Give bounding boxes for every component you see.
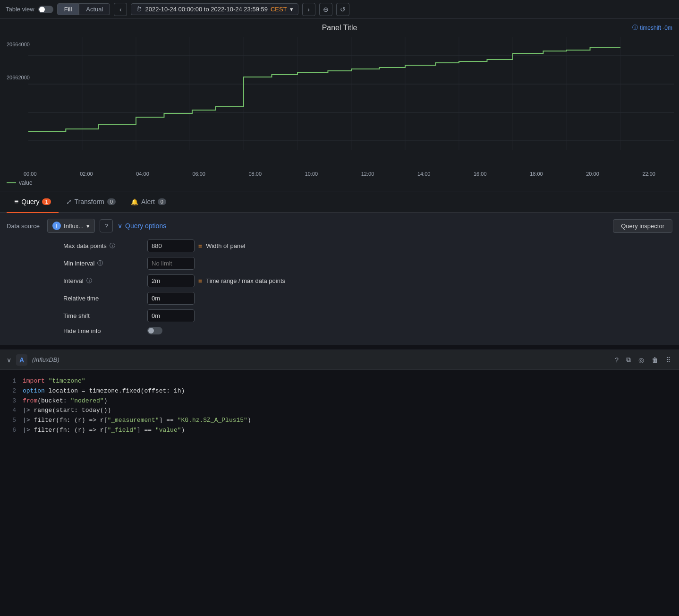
code-line-4: 4 |> range(start: today()) — [7, 406, 672, 416]
code-content-6: |> filter(fn: (r) => r["_field"] == "val… — [23, 426, 672, 436]
x-label-3: 06:00 — [192, 171, 205, 177]
query-tab-icon: ≡ — [14, 197, 18, 206]
max-data-points-desc: Width of panel — [206, 242, 245, 249]
query-drag-handle[interactable]: ⠿ — [664, 354, 672, 366]
chart-svg — [28, 37, 674, 150]
query-inspector-button[interactable]: Query inspector — [613, 219, 672, 233]
code-content-3: from(bucket: "nodered") — [23, 396, 672, 406]
x-label-5: 10:00 — [305, 171, 318, 177]
hide-time-info-toggle[interactable] — [147, 327, 162, 334]
min-interval-info-icon[interactable]: ⓘ — [97, 259, 103, 267]
line-number-1: 1 — [7, 376, 16, 386]
code-content-5: |> filter(fn: (r) => r["_measurement"] =… — [23, 416, 672, 426]
transform-tab-label: Transform — [75, 198, 104, 205]
chevron-down-icon: ▾ — [86, 222, 90, 230]
interval-input[interactable] — [147, 274, 195, 287]
hide-time-info-label: Hide time info — [63, 327, 144, 334]
relative-time-input[interactable] — [147, 292, 195, 305]
collapse-query-button[interactable]: ∨ — [7, 356, 11, 364]
code-line-6: 6 |> filter(fn: (r) => r["_field"] == "v… — [7, 426, 672, 436]
code-line-5: 5 |> filter(fn: (r) => r["_measurement"]… — [7, 416, 672, 426]
prev-time-button[interactable]: ‹ — [114, 3, 127, 16]
x-label-9: 18:00 — [530, 171, 543, 177]
influxdb-label: (InfluxDB) — [32, 356, 59, 363]
relative-time-row: Relative time — [63, 292, 672, 305]
chevron-down-icon: ▾ — [290, 6, 293, 13]
query-help-button[interactable]: ? — [613, 354, 620, 366]
tab-alert[interactable]: 🔔 Alert 0 — [123, 191, 174, 213]
interval-label: Interval ⓘ — [63, 277, 144, 285]
alert-tab-label: Alert — [141, 198, 155, 205]
max-data-points-info-icon[interactable]: ⓘ — [110, 242, 115, 250]
x-label-10: 20:00 — [586, 171, 599, 177]
time-shift-label: Time shift — [63, 312, 144, 319]
min-interval-label: Min interval ⓘ — [63, 259, 144, 267]
query-editor-header: ∨ A (InfluxDB) ? ⧉ ◎ 🗑 ⠿ — [0, 350, 679, 370]
zoom-out-button[interactable]: ⊖ — [319, 3, 332, 16]
code-line-3: 3 from(bucket: "nodered") — [7, 396, 672, 406]
query-header: Data source I Influx... ▾ ? ∨ Query opti… — [7, 219, 672, 233]
fill-button[interactable]: Fill — [57, 3, 79, 15]
max-data-points-input[interactable] — [147, 240, 195, 252]
max-data-points-label: Max data points ⓘ — [63, 242, 144, 250]
code-content-2: option location = timezone.fixed(offset:… — [23, 386, 672, 396]
interval-info-icon[interactable]: ⓘ — [86, 277, 92, 285]
interval-row: Interval ⓘ = Time range / max data point… — [63, 274, 672, 287]
query-toggle-view-button[interactable]: ◎ — [637, 354, 646, 366]
min-interval-row: Min interval ⓘ — [63, 257, 672, 270]
next-time-button[interactable]: › — [302, 3, 315, 16]
interval-desc: Time range / max data points — [206, 277, 285, 284]
line-number-2: 2 — [7, 386, 16, 396]
y-label-high: 20664000 — [7, 42, 30, 47]
legend-value-label: value — [19, 180, 33, 186]
influx-datasource-selector[interactable]: I Influx... ▾ — [47, 219, 95, 233]
tab-query[interactable]: ≡ Query 1 — [7, 191, 59, 213]
max-data-points-equals-icon: = — [198, 242, 202, 250]
chart-container: 20664000 20662000 — [5, 37, 674, 169]
line-number-4: 4 — [7, 406, 16, 416]
actual-button[interactable]: Actual — [79, 3, 110, 15]
chevron-down-small-icon: ∨ — [118, 222, 122, 230]
alert-tab-icon: 🔔 — [131, 198, 138, 205]
max-data-points-row: Max data points ⓘ = Width of panel — [63, 240, 672, 252]
influx-label: Influx... — [64, 222, 84, 230]
query-actions: ? ⧉ ◎ 🗑 ⠿ — [613, 354, 672, 366]
x-label-6: 12:00 — [361, 171, 374, 177]
influx-icon: I — [52, 222, 61, 230]
datasource-help-button[interactable]: ? — [100, 219, 113, 232]
x-label-4: 08:00 — [249, 171, 262, 177]
legend-line-icon — [7, 182, 16, 183]
query-copy-button[interactable]: ⧉ — [624, 354, 633, 366]
query-letter-badge: A — [16, 354, 27, 366]
transform-tab-badge: 0 — [107, 198, 116, 205]
tab-transform[interactable]: ⤢ Transform 0 — [59, 191, 123, 213]
time-shift-input[interactable] — [147, 309, 195, 322]
time-shift-row: Time shift — [63, 309, 672, 322]
chart-area: Panel Title ⓘ timeshift -0m 20664000 206… — [0, 19, 679, 191]
time-range-selector[interactable]: ⏱ 2022-10-24 00:00:00 to 2022-10-24 23:5… — [131, 3, 298, 15]
code-line-2: 2 option location = timezone.fixed(offse… — [7, 386, 672, 396]
min-interval-input[interactable] — [147, 257, 195, 270]
query-options-label: Query options — [125, 222, 166, 230]
query-tab-label: Query — [21, 198, 39, 205]
interval-equals-icon: = — [198, 277, 202, 285]
line-number-5: 5 — [7, 416, 16, 426]
hide-time-info-row: Hide time info — [63, 327, 672, 334]
table-view-toggle[interactable] — [38, 6, 53, 13]
code-editor[interactable]: 1 import "timezone" 2 option location = … — [0, 370, 679, 445]
x-axis-labels: 00:00 02:00 04:00 06:00 08:00 10:00 12:0… — [0, 169, 679, 177]
panel-title: Panel Title — [0, 24, 679, 32]
query-tab-badge: 1 — [42, 198, 51, 205]
clock-icon: ⏱ — [136, 6, 142, 13]
refresh-button[interactable]: ↺ — [336, 3, 349, 16]
timeshift-badge: ⓘ timeshift -0m — [632, 24, 672, 32]
top-bar: Table view Fill Actual ‹ ⏱ 2022-10-24 00… — [0, 0, 679, 19]
x-label-2: 04:00 — [136, 171, 149, 177]
data-source-label: Data source — [7, 222, 40, 230]
query-delete-button[interactable]: 🗑 — [650, 354, 660, 366]
query-options-toggle[interactable]: ∨ Query options — [118, 222, 166, 230]
code-line-1: 1 import "timezone" — [7, 376, 672, 386]
time-range-text: 2022-10-24 00:00:00 to 2022-10-24 23:59:… — [145, 6, 268, 13]
query-section: Data source I Influx... ▾ ? ∨ Query opti… — [0, 213, 679, 345]
line-number-6: 6 — [7, 426, 16, 436]
